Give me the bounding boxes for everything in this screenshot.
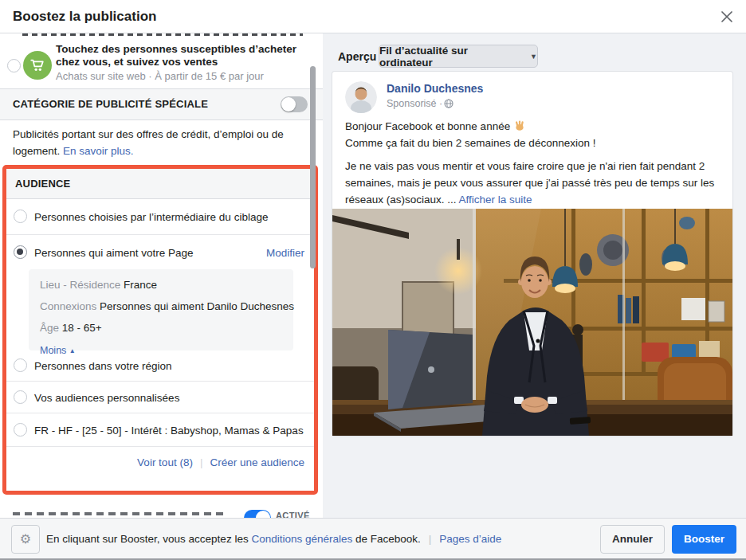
see-more-link[interactable]: Afficher la suite [459, 194, 532, 206]
audience-option-region[interactable]: Personnes dans votre région [6, 350, 314, 382]
clipped-text-fragment [13, 512, 228, 515]
special-category-description: Publicités portant sur des offres de cré… [13, 126, 301, 159]
goal-option-title: Touchez des personnes susceptibles d’ach… [56, 43, 304, 69]
detail-connections: Connexions Personnes qui aiment Danilo D… [40, 300, 282, 314]
preview-label: Aperçu : [338, 50, 383, 63]
detail-value: France [124, 279, 157, 291]
post-body: Je ne vais pas vous mentir et vous faire… [345, 158, 724, 208]
modify-link[interactable]: Modifier [266, 246, 304, 258]
radio-unselected[interactable] [14, 390, 27, 404]
placement-toggle[interactable] [244, 510, 271, 518]
radio-unselected[interactable] [14, 210, 27, 223]
detail-value: Personnes qui aiment Danilo Duchesnes [100, 300, 294, 312]
globe-icon [444, 99, 453, 108]
audience-option-label: Personnes choisies par l’intermédiaire d… [34, 211, 268, 223]
detail-age: Âge 18 - 65+ [40, 321, 282, 335]
detail-label: Lieu - Résidence [40, 279, 120, 291]
audience-highlight-box: AUDIENCE Personnes choisies par l’interm… [2, 165, 318, 495]
audience-option-label: Personnes dans votre région [34, 360, 172, 372]
audience-option-targeting[interactable]: Personnes choisies par l’intermédiaire d… [6, 199, 314, 235]
post-author-link[interactable]: Danilo Duchesnes [387, 82, 483, 95]
cancel-button[interactable]: Annuler [600, 525, 665, 554]
post-line-1: Bonjour Facebook et bonne année [345, 118, 724, 135]
post-line-1-text: Bonjour Facebook et bonne année [345, 120, 513, 132]
disclaimer-text: En cliquant sur Booster, vous acceptez l… [46, 533, 251, 545]
links-divider: | [200, 456, 203, 468]
clipped-text-fragment [22, 33, 303, 36]
radio-selected[interactable] [14, 245, 27, 259]
clipped-placement-row: ACTIVÉ [0, 507, 311, 518]
preview-panel: Aperçu : Fil d’actualité sur ordinateur … [323, 33, 746, 518]
audience-option-page-likes[interactable]: Personnes qui aiment votre Page Modifier [6, 235, 314, 269]
see-all-link[interactable]: Voir tout (8) [137, 456, 193, 468]
detail-value: 18 - 65+ [62, 322, 102, 334]
preview-mode-value: Fil d’actualité sur ordinateur [379, 45, 523, 69]
audience-option-saved[interactable]: FR - HF - [25 - 50] - Intérêt : Babyshop… [6, 413, 314, 447]
post-video-image[interactable] [332, 209, 732, 436]
audience-links-row: Voir tout (8)|Créer une audience [6, 447, 314, 479]
special-category-header: CATÉGORIE DE PUBLICITÉ SPÉCIALE [0, 88, 323, 120]
preview-mode-select[interactable]: Fil d’actualité sur ordinateur ▼ [379, 45, 538, 68]
radio-unselected[interactable] [14, 423, 27, 437]
detail-label: Connexions [40, 300, 96, 312]
shopping-cart-icon [23, 51, 52, 80]
disclaimer-text: de Facebook. [352, 533, 421, 545]
goal-option-row[interactable]: Touchez des personnes susceptibles d’ach… [0, 37, 311, 88]
sponsored-label: Sponsorisé · [387, 98, 442, 109]
toggle-status-label: ACTIVÉ [276, 511, 310, 518]
post-text: Bonjour Facebook et bonne année Comme ça… [345, 118, 724, 208]
dialog-header: Boostez la publication [0, 0, 746, 33]
audience-header: AUDIENCE [6, 169, 314, 199]
avatar[interactable] [345, 81, 377, 113]
chevron-down-icon: ▼ [530, 53, 537, 61]
radio-unselected[interactable] [14, 358, 27, 372]
footer-bar: ⚙ En cliquant sur Booster, vous acceptez… [0, 518, 746, 560]
audience-details-box: Lieu - Résidence France Connexions Perso… [29, 269, 293, 350]
detail-location: Lieu - Résidence France [40, 278, 282, 292]
boost-button[interactable]: Booster [672, 525, 736, 554]
special-category-text: Publicités portant sur des offres de cré… [13, 128, 284, 157]
goal-option-subtitle: Achats sur site web · À partir de 15 € p… [56, 70, 264, 82]
settings-panel: Touchez des personnes susceptibles d’ach… [0, 33, 323, 518]
close-icon[interactable] [717, 7, 736, 26]
learn-more-link[interactable]: En savoir plus. [63, 145, 134, 157]
goal-radio[interactable] [7, 59, 21, 72]
detail-label: Âge [40, 322, 59, 334]
wave-emoji-icon [513, 119, 526, 131]
create-audience-link[interactable]: Créer une audience [210, 456, 304, 468]
audience-option-label: FR - HF - [25 - 50] - Intérêt : Babyshop… [34, 424, 304, 436]
audience-option-label: Personnes qui aiment votre Page [34, 246, 194, 258]
gear-icon[interactable]: ⚙ [11, 525, 40, 554]
footer-disclaimer: En cliquant sur Booster, vous acceptez l… [46, 519, 501, 560]
post-meta: Sponsorisé · [387, 98, 453, 109]
special-category-toggle[interactable] [281, 96, 308, 112]
special-category-header-label: CATÉGORIE DE PUBLICITÉ SPÉCIALE [13, 98, 208, 110]
audience-option-label: Vos audiences personnalisées [34, 391, 179, 403]
boost-post-dialog: Boostez la publication Touchez des perso… [0, 0, 746, 560]
left-panel-scrollbar[interactable] [310, 66, 316, 268]
dialog-title: Boostez la publication [13, 9, 156, 25]
help-pages-link[interactable]: Pages d’aide [439, 533, 501, 545]
footer-divider: | [429, 533, 432, 545]
audience-header-label: AUDIENCE [15, 178, 71, 190]
post-preview-card: Danilo Duchesnes Sponsorisé · Bonjour Fa… [332, 72, 732, 436]
post-line-2: Comme ça fait du bien 2 semaines de déco… [345, 135, 724, 151]
audience-option-custom[interactable]: Vos audiences personnalisées [6, 382, 314, 413]
terms-link[interactable]: Conditions générales [251, 533, 352, 545]
